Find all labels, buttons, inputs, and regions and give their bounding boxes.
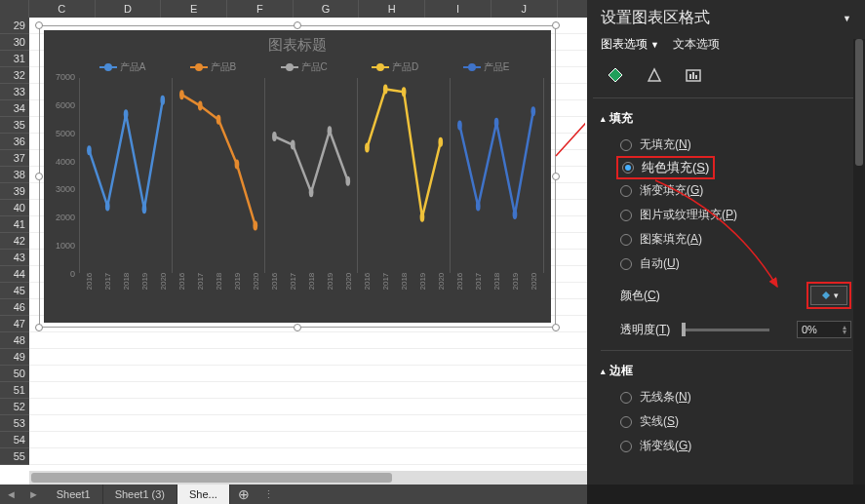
tab-text-options[interactable]: 文本选项 bbox=[673, 36, 720, 53]
size-properties-icon[interactable] bbox=[683, 64, 704, 86]
svg-point-14 bbox=[345, 176, 350, 186]
border-gradient[interactable]: 渐变线(G) bbox=[620, 434, 851, 458]
row-head[interactable]: 55 bbox=[0, 448, 29, 465]
svg-point-19 bbox=[439, 137, 444, 147]
row-head[interactable]: 42 bbox=[0, 233, 29, 250]
row-head[interactable]: 30 bbox=[0, 34, 29, 51]
resize-handle[interactable] bbox=[35, 324, 43, 331]
row-head[interactable]: 48 bbox=[0, 332, 29, 349]
section-fill[interactable]: ▴填充 bbox=[601, 104, 851, 133]
fill-line-icon[interactable] bbox=[605, 64, 626, 86]
row-head[interactable]: 41 bbox=[0, 216, 29, 233]
resize-handle[interactable] bbox=[552, 21, 560, 29]
row-head[interactable]: 34 bbox=[0, 100, 29, 117]
row-head[interactable]: 53 bbox=[0, 415, 29, 432]
fill-gradient[interactable]: 渐变填充(G) bbox=[620, 178, 851, 203]
svg-point-6 bbox=[198, 101, 203, 111]
col-head[interactable]: F bbox=[227, 0, 294, 18]
svg-rect-29 bbox=[695, 75, 697, 79]
col-head[interactable]: I bbox=[425, 0, 491, 18]
svg-point-2 bbox=[123, 109, 128, 119]
col-head[interactable]: E bbox=[161, 0, 227, 18]
svg-point-18 bbox=[420, 213, 425, 222]
tab-menu[interactable]: ⋮ bbox=[257, 488, 280, 501]
sheet-tab[interactable]: Sheet1 (3) bbox=[103, 485, 177, 504]
row-head[interactable]: 54 bbox=[0, 432, 29, 448]
row-head[interactable]: 37 bbox=[0, 150, 29, 167]
sheet-tab[interactable]: She... bbox=[177, 485, 230, 504]
row-head[interactable]: 45 bbox=[0, 283, 29, 299]
resize-handle[interactable] bbox=[294, 21, 301, 29]
row-head[interactable]: 46 bbox=[0, 299, 29, 316]
chart-object[interactable]: 图表标题 产品A产品B产品C产品D产品E 70006000 50004000 3… bbox=[39, 25, 556, 328]
row-head[interactable]: 36 bbox=[0, 134, 29, 150]
row-headers: 2930313233343536373839404142434445464748… bbox=[0, 18, 29, 465]
row-head[interactable]: 40 bbox=[0, 200, 29, 216]
pane-menu-icon[interactable]: ▼ bbox=[843, 14, 851, 23]
tab-nav-next[interactable]: ► bbox=[22, 488, 45, 500]
row-head[interactable]: 50 bbox=[0, 366, 29, 382]
new-sheet-button[interactable]: ⊕ bbox=[230, 486, 257, 502]
resize-handle[interactable] bbox=[552, 324, 560, 331]
x-axis[interactable]: 2016201720182019202020162017201820192020… bbox=[79, 281, 543, 290]
chart-legend[interactable]: 产品A产品B产品C产品D产品E bbox=[44, 60, 551, 78]
resize-handle[interactable] bbox=[35, 21, 43, 29]
fill-solid[interactable]: 纯色填充(S) bbox=[620, 157, 851, 178]
resize-handle[interactable] bbox=[552, 173, 560, 180]
row-head[interactable]: 43 bbox=[0, 250, 29, 266]
row-head[interactable]: 51 bbox=[0, 382, 29, 399]
col-head[interactable]: C bbox=[29, 0, 96, 18]
format-pane: 设置图表区格式 ▼ 图表选项▼ 文本选项 ▴填充 无填充(N) 纯色填充(S) … bbox=[587, 0, 865, 485]
row-head[interactable]: 31 bbox=[0, 51, 29, 67]
pane-title: 设置图表区格式 bbox=[601, 8, 710, 28]
svg-point-23 bbox=[513, 210, 518, 219]
tab-chart-options[interactable]: 图表选项▼ bbox=[601, 36, 659, 53]
tab-nav-prev[interactable]: ◄ bbox=[0, 488, 22, 500]
fill-auto[interactable]: 自动(U) bbox=[620, 252, 851, 276]
row-head[interactable]: 38 bbox=[0, 167, 29, 183]
svg-point-9 bbox=[253, 220, 257, 230]
svg-point-24 bbox=[531, 106, 536, 116]
plot-area[interactable] bbox=[79, 78, 543, 273]
border-solid[interactable]: 实线(S) bbox=[620, 409, 851, 434]
row-head[interactable]: 52 bbox=[0, 399, 29, 415]
horizontal-scrollbar[interactable] bbox=[29, 471, 587, 485]
resize-handle[interactable] bbox=[35, 173, 43, 180]
section-border[interactable]: ▴边框 bbox=[601, 357, 851, 385]
svg-rect-27 bbox=[689, 74, 691, 79]
row-head[interactable]: 33 bbox=[0, 84, 29, 100]
fill-none[interactable]: 无填充(N) bbox=[620, 133, 851, 157]
row-head[interactable]: 35 bbox=[0, 117, 29, 134]
svg-point-4 bbox=[160, 96, 165, 105]
fill-picture[interactable]: 图片或纹理填充(P) bbox=[620, 203, 851, 227]
row-head[interactable]: 29 bbox=[0, 18, 29, 34]
fill-pattern[interactable]: 图案填充(A) bbox=[620, 227, 851, 252]
row-head[interactable]: 49 bbox=[0, 349, 29, 366]
svg-point-11 bbox=[291, 140, 295, 150]
row-head[interactable]: 39 bbox=[0, 183, 29, 200]
fill-color-picker[interactable]: ▾ bbox=[810, 286, 847, 305]
border-none[interactable]: 无线条(N) bbox=[620, 385, 851, 409]
svg-point-5 bbox=[179, 90, 184, 99]
col-head[interactable]: G bbox=[294, 0, 360, 18]
row-head[interactable]: 44 bbox=[0, 266, 29, 283]
sheet-tab-bar: ◄ ► Sheet1 Sheet1 (3) She... ⊕ ⋮ bbox=[0, 485, 587, 504]
col-head[interactable]: J bbox=[491, 0, 558, 18]
svg-point-12 bbox=[309, 187, 314, 197]
svg-point-22 bbox=[494, 118, 499, 128]
pane-scrollbar[interactable] bbox=[853, 39, 865, 485]
row-head[interactable]: 32 bbox=[0, 67, 29, 84]
y-axis[interactable]: 70006000 50004000 30002000 10000 bbox=[50, 72, 75, 279]
transparency-value[interactable]: 0%▴▾ bbox=[797, 321, 851, 338]
column-headers: C D E F G H I J bbox=[0, 0, 587, 18]
transparency-slider[interactable] bbox=[682, 324, 785, 335]
row-head[interactable]: 47 bbox=[0, 316, 29, 332]
svg-point-10 bbox=[272, 132, 277, 141]
chart-title[interactable]: 图表标题 bbox=[44, 30, 551, 60]
resize-handle[interactable] bbox=[294, 324, 301, 331]
col-head[interactable]: H bbox=[359, 0, 425, 18]
sheet-tab[interactable]: Sheet1 bbox=[45, 485, 103, 504]
effects-icon[interactable] bbox=[644, 64, 665, 86]
col-head[interactable]: D bbox=[96, 0, 162, 18]
svg-point-1 bbox=[104, 201, 109, 211]
